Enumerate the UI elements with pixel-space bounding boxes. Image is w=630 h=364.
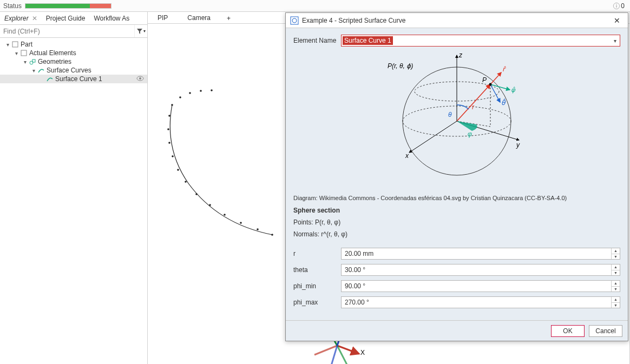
svg-text:P: P: [482, 76, 487, 84]
section-title: Sphere section: [293, 207, 620, 214]
caret-icon: ▾: [30, 68, 37, 74]
svg-point-36: [292, 18, 297, 23]
theta-field[interactable]: [342, 264, 611, 275]
param-label-phi-min: phi_min: [293, 282, 341, 290]
scripted-surface-curve-dialog: Example 4 - Scripted Surface Curve ✕ Ele…: [285, 12, 628, 341]
status-progress-red: [90, 4, 111, 8]
filter-button[interactable]: ▾: [134, 25, 147, 37]
param-input-r[interactable]: ▲▼: [341, 248, 620, 260]
svg-point-19: [240, 222, 242, 224]
curve-preview: [153, 62, 294, 251]
folder-icon: [19, 50, 28, 56]
find-row: ▾: [0, 25, 147, 38]
param-input-phi-max[interactable]: ▲▼: [341, 296, 620, 308]
surface-curve-icon: [45, 76, 54, 82]
phi-max-field[interactable]: [342, 297, 611, 308]
svg-rect-2: [616, 4, 617, 4]
step-up-icon[interactable]: ▲: [612, 248, 620, 254]
explorer-panel: Explorer ✕ Project Guide Workflow As ▾ ▾…: [0, 12, 148, 364]
tab-project-guide[interactable]: Project Guide: [42, 12, 90, 24]
svg-point-9: [171, 104, 173, 106]
svg-rect-3: [12, 42, 18, 47]
step-down-icon[interactable]: ▼: [612, 254, 620, 260]
step-down-icon[interactable]: ▼: [612, 303, 620, 308]
ok-button[interactable]: OK: [551, 325, 585, 337]
step-up-icon[interactable]: ▲: [612, 264, 620, 270]
tree-item-geometries[interactable]: ▾ Geometries: [0, 57, 147, 66]
geometries-icon: [28, 58, 37, 65]
chevron-down-icon[interactable]: ▾: [612, 38, 619, 44]
svg-point-13: [172, 155, 174, 157]
status-strip: Status 0: [0, 0, 630, 12]
svg-text:x: x: [405, 152, 409, 160]
svg-point-17: [209, 204, 211, 206]
svg-point-18: [224, 214, 226, 216]
svg-text:P(r, θ, ϕ): P(r, θ, ϕ): [388, 62, 413, 70]
element-name-field[interactable]: Surface Curve 1 ▾: [341, 35, 620, 47]
svg-text:θ̂: θ̂: [501, 98, 506, 107]
svg-text:φ̂: φ̂: [511, 86, 516, 94]
dialog-button-bar: OK Cancel: [286, 320, 628, 341]
svg-text:r: r: [472, 103, 475, 111]
info-count[interactable]: 0: [613, 2, 625, 10]
svg-point-14: [177, 169, 179, 171]
view-tab-camera[interactable]: Camera: [178, 12, 220, 23]
tab-explorer-label: Explorer: [4, 15, 29, 22]
svg-line-43: [457, 84, 490, 121]
info-count-value: 0: [621, 2, 625, 10]
svg-point-12: [168, 142, 170, 144]
param-label-phi-max: phi_max: [293, 299, 341, 306]
status-progress-green: [25, 4, 90, 8]
step-down-icon[interactable]: ▼: [612, 287, 620, 292]
svg-point-49: [489, 83, 492, 86]
tree-item-part[interactable]: ▾ Part: [0, 40, 147, 49]
view-tab-add[interactable]: +: [220, 12, 237, 24]
svg-point-16: [195, 193, 198, 195]
svg-rect-35: [291, 17, 298, 24]
svg-text:y: y: [516, 141, 520, 149]
caret-icon: ▾: [4, 42, 11, 48]
diagram-credit: Diagram: Wikimedia Commons - Coordenadas…: [293, 195, 620, 201]
param-input-phi-min[interactable]: ▲▼: [341, 280, 620, 292]
dialog-title: Example 4 - Scripted Surface Curve: [302, 17, 611, 24]
close-icon[interactable]: ✕: [32, 15, 37, 22]
svg-point-21: [271, 234, 273, 236]
svg-text:z: z: [458, 51, 463, 59]
filter-icon: [136, 28, 143, 35]
eye-icon[interactable]: [136, 75, 145, 83]
tree-item-actual-elements[interactable]: ▾ Actual Elements: [0, 49, 147, 57]
search-input[interactable]: [0, 25, 134, 37]
tree-item-surface-curve-1[interactable]: Surface Curve 1: [0, 75, 147, 83]
view-tab-pip[interactable]: PIP: [148, 12, 178, 23]
svg-rect-1: [616, 5, 617, 7]
close-button[interactable]: ✕: [611, 16, 624, 25]
svg-text:θ: θ: [448, 111, 452, 118]
chevron-down-icon: ▾: [143, 29, 146, 34]
svg-point-11: [167, 128, 169, 130]
dialog-titlebar[interactable]: Example 4 - Scripted Surface Curve ✕: [286, 13, 628, 28]
svg-point-24: [200, 90, 202, 92]
points-line: Points: P(r, θ, φ): [293, 219, 620, 226]
element-name-label: Element Name: [293, 37, 341, 44]
step-up-icon[interactable]: ▲: [612, 281, 620, 287]
dialog-body: Element Name Surface Curve 1 ▾: [286, 28, 628, 320]
param-input-theta[interactable]: ▲▼: [341, 264, 620, 276]
tab-explorer[interactable]: Explorer ✕: [0, 12, 42, 24]
svg-text:φ: φ: [468, 130, 472, 138]
dialog-icon: [290, 16, 299, 25]
step-down-icon[interactable]: ▼: [612, 270, 620, 276]
phi-min-field[interactable]: [342, 281, 611, 292]
svg-point-15: [185, 181, 187, 183]
plus-icon: +: [227, 15, 231, 22]
spherical-coordinates-diagram: z y x P(r, θ, ϕ) P r θ φ r̂ φ̂ θ̂: [293, 51, 620, 191]
svg-rect-4: [21, 50, 27, 56]
cancel-button[interactable]: Cancel: [589, 325, 622, 337]
tree-item-surface-curves[interactable]: ▾ Surface Curves: [0, 66, 147, 75]
tab-workflow[interactable]: Workflow As: [89, 12, 134, 24]
normals-line: Normals: r^(r, θ, φ): [293, 230, 620, 238]
param-label-theta: theta: [293, 266, 341, 274]
surface-curves-icon: [37, 67, 45, 74]
r-field[interactable]: [342, 248, 611, 259]
tree-view: ▾ Part ▾ Actual Elements ▾ Geometries ▾ …: [0, 38, 147, 364]
step-up-icon[interactable]: ▲: [612, 297, 620, 303]
